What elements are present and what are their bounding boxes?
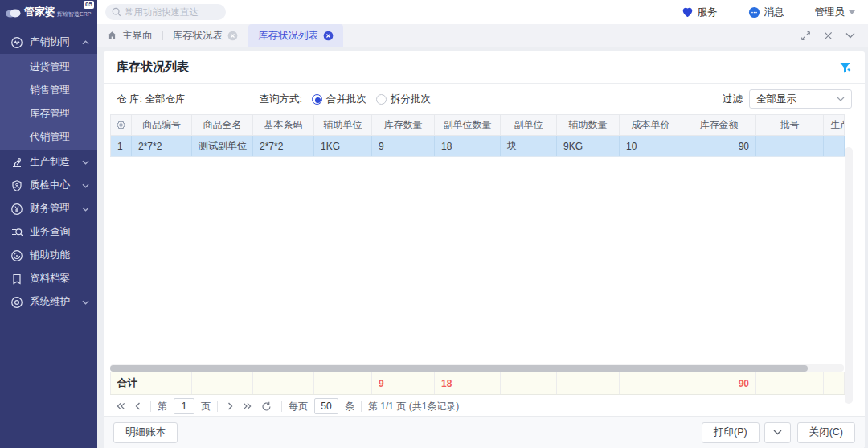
horizontal-scrollbar[interactable] [110,364,844,372]
sidebar-item-production-sales-collab[interactable]: 产销协同 [0,31,97,54]
last-page-button[interactable] [243,402,252,410]
chevron-down-icon[interactable] [845,32,855,39]
filter-select[interactable]: 全部显示 [749,89,852,109]
sidebar-subitem-label: 销售管理 [30,84,70,97]
tab-inventory-status-list[interactable]: 库存状况列表 [248,24,343,47]
cell-sub-unit-qty: 18 [435,136,501,157]
service-button[interactable]: 服务 [682,6,718,19]
cell-batch-no [756,136,824,157]
tab-label: 库存状况表 [173,29,223,43]
col-header-unit-cost[interactable]: 成本单价 [620,115,682,136]
cell-aux-unit: 1KG [314,136,372,157]
radio-merge-batches[interactable] [312,94,322,105]
pagination-bar: 第 页 每页 条 第 1/1 页 (共1条记录) [104,395,865,417]
column-settings-button[interactable] [111,115,132,136]
content-panel: 库存状况列表 仓 库: 全部仓库 查询方式: 合并批次 拆分批次 过滤 全部显示 [104,51,865,448]
query-mode-group: 查询方式: 合并批次 拆分批次 [259,92,430,106]
col-header-aux-unit[interactable]: 辅助单位 [314,115,372,136]
horizontal-scrollbar-thumb[interactable] [110,365,808,372]
summary-empty [620,372,682,395]
tab-home[interactable]: 主界面 [97,24,162,47]
col-header-sub-unit-qty[interactable]: 副单位数量 [435,115,501,136]
print-options-button[interactable] [764,422,791,443]
message-button[interactable]: 消息 [748,6,784,19]
col-header-sub-unit[interactable]: 副单位 [501,115,557,136]
col-header-production-date[interactable]: 生产日期 [824,115,845,136]
sidebar-item-manufacturing[interactable]: 生产制造 [0,150,97,174]
close-button[interactable]: 关闭(C) [797,422,855,443]
sidebar-menu: 产销协同 进货管理 销售管理 库存管理 代销管理 生产制造 质检中心 财务管理 … [0,24,97,314]
sidebar-item-finance-mgmt[interactable]: 财务管理 [0,197,97,220]
warehouse-label: 仓 库: [117,92,142,106]
home-icon [107,31,117,40]
search-list-icon [10,226,23,239]
close-circle-icon[interactable] [227,31,238,41]
sidebar: 管家婆 辉煌智造ERP 05 产销协同 进货管理 销售管理 库存管理 代销管理 … [0,0,97,448]
col-header-product-name[interactable]: 商品全名 [192,115,253,136]
page-prefix: 第 [158,400,167,413]
gear-icon [116,120,126,130]
refresh-button[interactable] [261,401,272,412]
sidebar-item-data-archives[interactable]: 资料档案 [0,267,97,290]
brand-subtitle: 辉煌智造ERP [57,10,91,18]
tab-inventory-status-report[interactable]: 库存状况表 [163,24,248,47]
col-header-product-code[interactable]: 商品编号 [132,115,192,136]
print-button[interactable]: 打印(P) [702,422,760,443]
per-page-suffix: 条 [345,400,354,413]
pager-divider [217,401,218,412]
next-page-button[interactable] [227,402,233,410]
swirl-circle-icon [10,249,23,262]
sidebar-item-quality-center[interactable]: 质检中心 [0,174,97,197]
tab-bar: 主界面 库存状况表 库存状况列表 [97,24,868,47]
sidebar-item-auxiliary-functions[interactable]: 辅助功能 [0,244,97,267]
cell-barcode: 2*7*2 [253,136,314,157]
cell-product-code: 2*7*2 [132,136,192,157]
prev-page-button[interactable] [135,402,141,410]
fullscreen-toggle-icon[interactable] [800,31,811,41]
user-menu[interactable]: 管理员 [815,6,856,19]
panel-footer: 明细账本 打印(P) 关闭(C) [104,416,865,448]
cell-unit-cost: 10 [620,136,682,157]
per-page-input[interactable] [314,398,338,414]
sidebar-item-sales-mgmt[interactable]: 销售管理 [0,79,97,102]
search-input[interactable] [125,4,221,20]
sidebar-item-label: 辅助功能 [30,249,89,262]
warehouse-value: 全部仓库 [145,92,185,106]
vertical-scrollbar[interactable] [845,147,853,404]
shield-icon [10,179,23,192]
filter-funnel-icon[interactable] [839,61,852,74]
page-number-input[interactable] [174,398,194,414]
sidebar-item-business-query[interactable]: 业务查询 [0,220,97,244]
cell-aux-qty: 9KG [557,136,620,157]
sidebar-item-label: 质检中心 [30,179,82,192]
chevron-down-icon [82,300,89,305]
summary-empty [557,372,620,395]
cell-sub-unit: 块 [501,136,557,157]
brand-version-badge: 05 [84,1,94,9]
radio-split-batches[interactable] [376,94,387,105]
col-header-stock-amount[interactable]: 库存金额 [682,115,756,136]
sidebar-item-inventory-mgmt[interactable]: 库存管理 [0,102,97,125]
footer-right-buttons: 打印(P) 关闭(C) [702,422,855,443]
summary-empty [824,372,845,395]
radio-merge-label: 合并批次 [326,92,366,106]
col-header-aux-qty[interactable]: 辅助数量 [557,115,620,136]
target-gear-icon [10,296,23,309]
col-header-stock-qty[interactable]: 库存数量 [372,115,435,136]
detail-ledger-button[interactable]: 明细账本 [113,422,178,443]
sidebar-item-purchase-mgmt[interactable]: 进货管理 [0,55,97,79]
col-header-barcode[interactable]: 基本条码 [253,115,314,136]
col-header-batch-no[interactable]: 批号 [756,115,824,136]
yuan-coin-icon [10,203,23,216]
cloud-logo-icon [5,7,21,18]
cell-product-name: 测试副单位 [192,136,253,157]
filter-row: 仓 库: 全部仓库 查询方式: 合并批次 拆分批次 过滤 全部显示 [104,84,865,114]
close-circle-icon[interactable] [323,31,334,41]
sidebar-item-system-maintenance[interactable]: 系统维护 [0,290,97,314]
sidebar-subitem-label: 代销管理 [30,130,70,144]
sidebar-item-consignment-mgmt[interactable]: 代销管理 [0,125,97,149]
first-page-button[interactable] [117,402,125,410]
quick-search[interactable] [105,4,226,20]
table-row[interactable]: 1 2*7*2 测试副单位 2*7*2 1KG 9 18 块 9KG 10 90 [111,136,845,157]
close-icon[interactable] [824,31,833,40]
